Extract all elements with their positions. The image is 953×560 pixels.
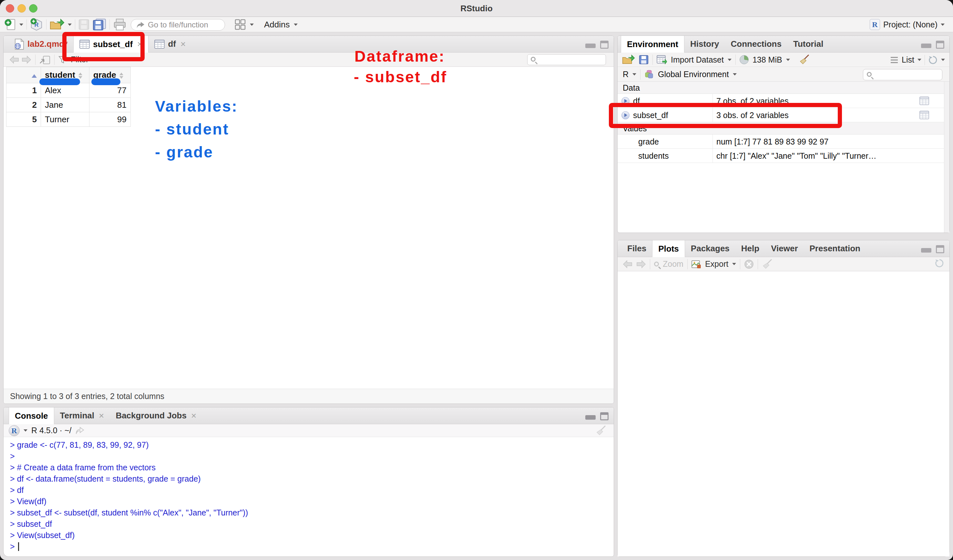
minimize-pane-icon[interactable] [921,43,931,48]
minimize-pane-icon[interactable] [585,415,596,420]
environment-selector[interactable]: Global Environment [658,70,729,79]
annotation-dataframe-title: Dataframe: [354,47,445,65]
tab-plots[interactable]: Plots [652,240,685,257]
new-project-button[interactable]: R [30,18,43,31]
minimize-pane-icon[interactable] [585,43,596,48]
table-row[interactable]: 1 Alex 77 [6,83,131,98]
previous-plot-icon[interactable] [623,260,632,268]
pane-layout-dropdown-caret[interactable] [250,23,254,26]
console-pane: Console Terminal × Background Jobs × R R… [3,407,614,557]
scrollbar-track[interactable] [944,82,950,233]
save-button[interactable] [78,19,89,30]
console-output[interactable]: > grade <- c(77, 81, 89, 83, 99, 92, 97)… [3,438,614,557]
save-all-button[interactable] [93,19,106,31]
close-tab-icon[interactable]: × [191,411,196,421]
maximize-pane-icon[interactable] [600,41,608,49]
project-label: Project: (None) [883,20,937,29]
tab-background-jobs[interactable]: Background Jobs × [110,407,202,424]
tab-viewer[interactable]: Viewer [765,240,804,257]
memory-usage-button[interactable]: 138 MiB [753,55,782,65]
tab-df-viewer[interactable]: df × [149,36,191,52]
blue-highlight-student-column [39,78,80,85]
minimize-pane-icon[interactable] [921,248,931,252]
maximize-pane-icon[interactable] [936,245,944,253]
new-file-dropdown-caret[interactable] [19,23,23,26]
forward-arrow-icon[interactable] [22,56,31,64]
data-viewer-search-input[interactable] [540,55,604,64]
row-number-header[interactable] [6,67,41,83]
r-logo-icon: R [9,425,20,436]
tab-console[interactable]: Console [9,407,54,424]
import-dataset-button[interactable]: Import Dataset [671,55,724,65]
goto-file-function-input[interactable] [148,20,222,29]
import-dataset-caret[interactable] [728,59,731,61]
export-plot-button[interactable]: Export [705,259,728,269]
clear-console-broom-icon[interactable] [596,425,607,436]
files-tabstrip: Files Plots Packages Help Viewer Present… [618,240,950,257]
environment-tabstrip: Environment History Connections Tutorial [618,36,950,53]
save-workspace-icon[interactable] [639,55,649,65]
language-selector[interactable]: R [623,70,629,79]
tab-environment[interactable]: Environment [621,36,684,53]
tab-label: Console [15,411,48,421]
console-line: > grade <- c(77, 81, 89, 83, 99, 92, 97) [10,439,614,451]
refresh-plot-icon[interactable] [934,258,944,268]
console-info-bar: R R 4.5.0 · ~/ [3,424,614,437]
share-arrow-icon[interactable] [75,427,84,435]
remove-plot-icon[interactable] [744,259,754,269]
r-version-dropdown-caret[interactable] [23,429,28,432]
close-tab-icon[interactable]: × [180,39,186,50]
load-workspace-icon[interactable] [622,54,635,65]
tab-help[interactable]: Help [736,240,765,257]
zoom-plot-icon[interactable] [654,261,659,266]
export-plot-caret[interactable] [732,263,736,265]
list-view-caret[interactable] [917,59,921,61]
clear-all-plots-broom-icon[interactable] [762,259,773,270]
refresh-caret[interactable] [941,59,945,61]
addins-dropdown-caret[interactable] [294,23,298,26]
environment-value-row[interactable]: grade num [1:7] 77 81 89 83 99 92 97 [618,135,944,149]
tab-terminal[interactable]: Terminal × [54,407,110,424]
list-view-button[interactable]: List [902,55,914,65]
addins-button[interactable]: Addins [264,20,290,30]
table-row[interactable]: 5 Turner 99 [6,112,131,127]
back-arrow-icon[interactable] [9,56,19,64]
tab-tutorial[interactable]: Tutorial [787,36,829,52]
tab-history[interactable]: History [684,36,725,52]
toolbar-separator [109,19,110,30]
pane-layout-button[interactable] [234,19,246,30]
open-file-button[interactable] [50,19,65,30]
memory-usage-pie-icon [740,55,749,64]
open-in-new-window-icon[interactable] [39,55,50,65]
console-prompt-line[interactable]: > [10,541,614,552]
tab-files[interactable]: Files [621,240,652,257]
clear-objects-broom-icon[interactable] [799,54,810,65]
environment-selector-caret[interactable] [733,73,737,76]
qmd-file-icon [14,39,24,50]
new-file-button[interactable] [5,19,16,31]
maximize-pane-icon[interactable] [600,412,608,420]
project-menu-button[interactable]: R Project: (None) [870,17,945,32]
table-row[interactable]: 2 Jane 81 [6,98,131,112]
tab-packages[interactable]: Packages [685,240,736,257]
tab-label: Packages [691,244,729,254]
next-plot-icon[interactable] [636,260,646,268]
open-file-dropdown-caret[interactable] [68,23,72,26]
tab-label: Connections [731,39,782,49]
language-caret[interactable] [632,73,636,76]
view-table-icon[interactable] [919,111,929,119]
memory-usage-caret[interactable] [786,59,790,61]
view-table-icon[interactable] [919,96,929,105]
environment-value-row[interactable]: students chr [1:7] "Alex" "Jane" "Tom" "… [618,149,944,163]
close-tab-icon[interactable]: × [99,411,104,421]
tab-connections[interactable]: Connections [725,36,787,52]
zoom-plot-button[interactable]: Zoom [663,259,683,269]
print-button[interactable] [113,19,127,31]
maximize-pane-icon[interactable] [936,41,944,49]
search-icon [531,57,535,62]
environment-search-input[interactable] [877,70,940,79]
refresh-icon[interactable] [928,55,938,65]
tab-presentation[interactable]: Presentation [804,240,866,257]
sort-arrows-icon [78,73,82,79]
annotation-variables-title: Variables: [155,97,238,115]
